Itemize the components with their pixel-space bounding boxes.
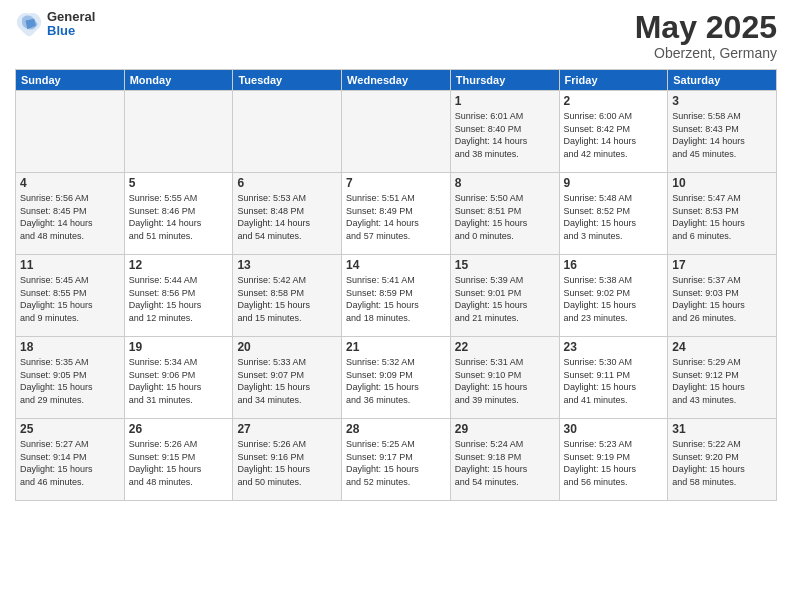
day-info: Sunrise: 5:35 AMSunset: 9:05 PMDaylight:… <box>20 356 120 406</box>
weekday-header-row: Sunday Monday Tuesday Wednesday Thursday… <box>16 70 777 91</box>
day-number: 4 <box>20 176 120 190</box>
page-header: General Blue May 2025 Oberzent, Germany <box>15 10 777 61</box>
day-cell-1-5: 9Sunrise: 5:48 AMSunset: 8:52 PMDaylight… <box>559 173 668 255</box>
day-number: 22 <box>455 340 555 354</box>
logo-text: General Blue <box>47 10 95 39</box>
day-cell-3-6: 24Sunrise: 5:29 AMSunset: 9:12 PMDayligh… <box>668 337 777 419</box>
week-row-2: 4Sunrise: 5:56 AMSunset: 8:45 PMDaylight… <box>16 173 777 255</box>
day-cell-3-1: 19Sunrise: 5:34 AMSunset: 9:06 PMDayligh… <box>124 337 233 419</box>
day-number: 14 <box>346 258 446 272</box>
day-cell-0-1 <box>124 91 233 173</box>
day-info: Sunrise: 5:45 AMSunset: 8:55 PMDaylight:… <box>20 274 120 324</box>
day-info: Sunrise: 5:39 AMSunset: 9:01 PMDaylight:… <box>455 274 555 324</box>
day-cell-0-0 <box>16 91 125 173</box>
day-info: Sunrise: 5:42 AMSunset: 8:58 PMDaylight:… <box>237 274 337 324</box>
day-cell-4-0: 25Sunrise: 5:27 AMSunset: 9:14 PMDayligh… <box>16 419 125 501</box>
day-cell-2-3: 14Sunrise: 5:41 AMSunset: 8:59 PMDayligh… <box>342 255 451 337</box>
day-info: Sunrise: 5:23 AMSunset: 9:19 PMDaylight:… <box>564 438 664 488</box>
day-number: 16 <box>564 258 664 272</box>
day-cell-0-5: 2Sunrise: 6:00 AMSunset: 8:42 PMDaylight… <box>559 91 668 173</box>
day-cell-4-3: 28Sunrise: 5:25 AMSunset: 9:17 PMDayligh… <box>342 419 451 501</box>
title-area: May 2025 Oberzent, Germany <box>635 10 777 61</box>
week-row-3: 11Sunrise: 5:45 AMSunset: 8:55 PMDayligh… <box>16 255 777 337</box>
day-cell-1-6: 10Sunrise: 5:47 AMSunset: 8:53 PMDayligh… <box>668 173 777 255</box>
day-info: Sunrise: 5:37 AMSunset: 9:03 PMDaylight:… <box>672 274 772 324</box>
day-number: 9 <box>564 176 664 190</box>
day-number: 23 <box>564 340 664 354</box>
day-number: 13 <box>237 258 337 272</box>
calendar-page: General Blue May 2025 Oberzent, Germany … <box>0 0 792 612</box>
day-info: Sunrise: 5:32 AMSunset: 9:09 PMDaylight:… <box>346 356 446 406</box>
header-sunday: Sunday <box>16 70 125 91</box>
day-cell-4-6: 31Sunrise: 5:22 AMSunset: 9:20 PMDayligh… <box>668 419 777 501</box>
day-info: Sunrise: 5:38 AMSunset: 9:02 PMDaylight:… <box>564 274 664 324</box>
day-info: Sunrise: 5:27 AMSunset: 9:14 PMDaylight:… <box>20 438 120 488</box>
day-cell-4-5: 30Sunrise: 5:23 AMSunset: 9:19 PMDayligh… <box>559 419 668 501</box>
day-number: 1 <box>455 94 555 108</box>
day-number: 8 <box>455 176 555 190</box>
day-cell-1-0: 4Sunrise: 5:56 AMSunset: 8:45 PMDaylight… <box>16 173 125 255</box>
day-info: Sunrise: 5:29 AMSunset: 9:12 PMDaylight:… <box>672 356 772 406</box>
day-info: Sunrise: 5:44 AMSunset: 8:56 PMDaylight:… <box>129 274 229 324</box>
day-info: Sunrise: 5:26 AMSunset: 9:16 PMDaylight:… <box>237 438 337 488</box>
day-info: Sunrise: 5:47 AMSunset: 8:53 PMDaylight:… <box>672 192 772 242</box>
day-info: Sunrise: 5:50 AMSunset: 8:51 PMDaylight:… <box>455 192 555 242</box>
day-info: Sunrise: 5:48 AMSunset: 8:52 PMDaylight:… <box>564 192 664 242</box>
day-info: Sunrise: 5:24 AMSunset: 9:18 PMDaylight:… <box>455 438 555 488</box>
day-info: Sunrise: 5:33 AMSunset: 9:07 PMDaylight:… <box>237 356 337 406</box>
day-cell-3-5: 23Sunrise: 5:30 AMSunset: 9:11 PMDayligh… <box>559 337 668 419</box>
day-info: Sunrise: 5:51 AMSunset: 8:49 PMDaylight:… <box>346 192 446 242</box>
day-cell-2-6: 17Sunrise: 5:37 AMSunset: 9:03 PMDayligh… <box>668 255 777 337</box>
month-title: May 2025 <box>635 10 777 45</box>
day-number: 3 <box>672 94 772 108</box>
day-info: Sunrise: 5:53 AMSunset: 8:48 PMDaylight:… <box>237 192 337 242</box>
day-number: 15 <box>455 258 555 272</box>
header-tuesday: Tuesday <box>233 70 342 91</box>
day-number: 10 <box>672 176 772 190</box>
logo-blue: Blue <box>47 24 95 38</box>
header-wednesday: Wednesday <box>342 70 451 91</box>
day-number: 12 <box>129 258 229 272</box>
day-number: 20 <box>237 340 337 354</box>
day-cell-4-4: 29Sunrise: 5:24 AMSunset: 9:18 PMDayligh… <box>450 419 559 501</box>
day-number: 11 <box>20 258 120 272</box>
day-info: Sunrise: 5:22 AMSunset: 9:20 PMDaylight:… <box>672 438 772 488</box>
day-cell-0-3 <box>342 91 451 173</box>
day-cell-2-1: 12Sunrise: 5:44 AMSunset: 8:56 PMDayligh… <box>124 255 233 337</box>
day-info: Sunrise: 5:25 AMSunset: 9:17 PMDaylight:… <box>346 438 446 488</box>
week-row-5: 25Sunrise: 5:27 AMSunset: 9:14 PMDayligh… <box>16 419 777 501</box>
day-info: Sunrise: 6:00 AMSunset: 8:42 PMDaylight:… <box>564 110 664 160</box>
logo-icon <box>15 10 43 38</box>
day-number: 6 <box>237 176 337 190</box>
day-cell-4-2: 27Sunrise: 5:26 AMSunset: 9:16 PMDayligh… <box>233 419 342 501</box>
day-cell-2-2: 13Sunrise: 5:42 AMSunset: 8:58 PMDayligh… <box>233 255 342 337</box>
day-info: Sunrise: 5:34 AMSunset: 9:06 PMDaylight:… <box>129 356 229 406</box>
logo: General Blue <box>15 10 95 39</box>
day-number: 27 <box>237 422 337 436</box>
day-number: 7 <box>346 176 446 190</box>
day-cell-3-2: 20Sunrise: 5:33 AMSunset: 9:07 PMDayligh… <box>233 337 342 419</box>
day-cell-2-5: 16Sunrise: 5:38 AMSunset: 9:02 PMDayligh… <box>559 255 668 337</box>
day-cell-3-4: 22Sunrise: 5:31 AMSunset: 9:10 PMDayligh… <box>450 337 559 419</box>
day-cell-2-4: 15Sunrise: 5:39 AMSunset: 9:01 PMDayligh… <box>450 255 559 337</box>
day-info: Sunrise: 5:55 AMSunset: 8:46 PMDaylight:… <box>129 192 229 242</box>
day-cell-1-4: 8Sunrise: 5:50 AMSunset: 8:51 PMDaylight… <box>450 173 559 255</box>
location: Oberzent, Germany <box>635 45 777 61</box>
day-info: Sunrise: 5:31 AMSunset: 9:10 PMDaylight:… <box>455 356 555 406</box>
day-number: 25 <box>20 422 120 436</box>
day-number: 31 <box>672 422 772 436</box>
day-info: Sunrise: 5:58 AMSunset: 8:43 PMDaylight:… <box>672 110 772 160</box>
day-number: 19 <box>129 340 229 354</box>
day-number: 21 <box>346 340 446 354</box>
day-number: 28 <box>346 422 446 436</box>
logo-general: General <box>47 10 95 24</box>
day-number: 29 <box>455 422 555 436</box>
day-cell-1-2: 6Sunrise: 5:53 AMSunset: 8:48 PMDaylight… <box>233 173 342 255</box>
day-number: 18 <box>20 340 120 354</box>
header-monday: Monday <box>124 70 233 91</box>
day-number: 17 <box>672 258 772 272</box>
day-info: Sunrise: 5:30 AMSunset: 9:11 PMDaylight:… <box>564 356 664 406</box>
day-cell-0-2 <box>233 91 342 173</box>
day-cell-3-3: 21Sunrise: 5:32 AMSunset: 9:09 PMDayligh… <box>342 337 451 419</box>
day-info: Sunrise: 5:56 AMSunset: 8:45 PMDaylight:… <box>20 192 120 242</box>
